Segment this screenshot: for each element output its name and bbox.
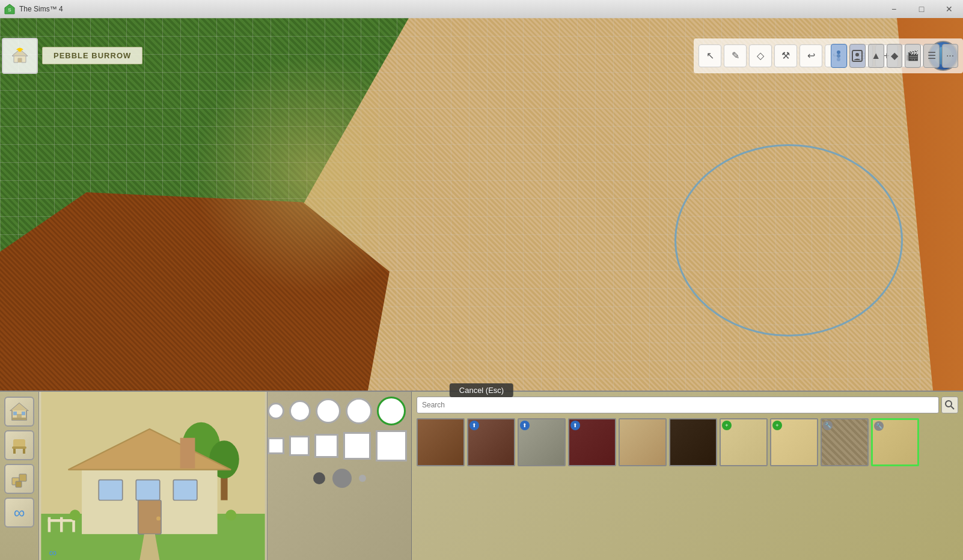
- svg-point-8: [837, 58, 840, 61]
- svg-rect-16: [12, 418, 26, 420]
- swatch-cobble[interactable]: 🔧: [821, 418, 869, 466]
- svg-rect-15: [22, 412, 25, 415]
- minimize-button[interactable]: −: [880, 0, 908, 18]
- square-xs-tool[interactable]: [268, 437, 284, 454]
- brush-cursor: [674, 144, 903, 336]
- house-nav-btn[interactable]: [4, 397, 34, 427]
- titlebar: S The Sims™ 4 − □ ✕: [0, 0, 963, 18]
- list-button[interactable]: ☰: [923, 44, 940, 68]
- swatch-badge: +: [722, 421, 732, 430]
- infinity-nav-btn[interactable]: ∞: [4, 498, 34, 528]
- neighborhood-label: Pebble Burrow: [42, 47, 142, 64]
- swatch-brown2[interactable]: ⬆: [467, 418, 515, 466]
- square-xl-tool[interactable]: [376, 430, 407, 461]
- swatches-panel: ⬆ ⬆ ⬆ + +: [412, 392, 963, 560]
- home-button[interactable]: [2, 38, 38, 74]
- svg-point-45: [225, 510, 236, 520]
- terrain-blend-overlay: [192, 54, 433, 294]
- game-viewport[interactable]: Pebble Burrow ↖ ✎ ◇ ⚒ ↩ ↪ ⊞ + 📷 ▲ ◆ 🎬 ☰ …: [0, 18, 963, 391]
- up-arrow-button[interactable]: ▲: [868, 44, 884, 68]
- square-lg-tool[interactable]: [343, 432, 371, 460]
- svg-rect-42: [48, 519, 75, 522]
- svg-line-54: [951, 406, 954, 409]
- svg-rect-33: [99, 480, 122, 501]
- svg-rect-38: [180, 438, 195, 469]
- svg-text:S: S: [8, 7, 11, 13]
- objects-nav-btn[interactable]: [4, 464, 34, 494]
- swatch-darkred[interactable]: ⬆: [568, 418, 616, 466]
- app-icon: S: [4, 3, 16, 15]
- svg-point-37: [156, 517, 160, 521]
- swatch-badge: ⬆: [469, 421, 479, 430]
- dot-small-tool[interactable]: [359, 475, 366, 482]
- svg-marker-13: [11, 403, 28, 410]
- dot-dark-tool[interactable]: [313, 472, 325, 484]
- swatch-badge: +: [772, 421, 782, 430]
- search-bar: [417, 397, 958, 413]
- dot-tools-row: [313, 469, 366, 488]
- square-tools-row: [268, 430, 407, 461]
- circle-tools-row: [268, 397, 407, 425]
- swatches-grid: ⬆ ⬆ ⬆ + +: [417, 418, 958, 466]
- infinity-button[interactable]: ∞: [44, 548, 62, 558]
- right-toolbar: ▲ ◆ 🎬 ☰ ···: [831, 36, 963, 75]
- layers-button[interactable]: [831, 44, 847, 68]
- svg-point-6: [837, 50, 840, 54]
- swatch-active[interactable]: 🔧: [871, 418, 919, 466]
- svg-rect-34: [136, 480, 159, 501]
- more-button[interactable]: ···: [942, 44, 958, 68]
- svg-rect-19: [13, 449, 16, 454]
- svg-rect-35: [173, 480, 197, 501]
- svg-rect-14: [13, 412, 17, 415]
- swatch-badge: ⬆: [520, 421, 530, 430]
- preview-panel: ∞: [39, 392, 268, 560]
- circle-lg-tool[interactable]: [346, 398, 372, 424]
- diamond-button[interactable]: ◆: [887, 44, 903, 68]
- house-preview-svg: [39, 392, 267, 560]
- search-button[interactable]: [941, 397, 958, 413]
- swatch-badge: ⬆: [570, 421, 580, 430]
- circle-md-tool[interactable]: [316, 398, 341, 424]
- top-toolbar: Pebble Burrow ↖ ✎ ◇ ⚒ ↩ ↪ ⊞ + 📷: [0, 36, 963, 75]
- svg-rect-3: [18, 58, 22, 62]
- svg-rect-22: [19, 474, 26, 481]
- circle-sm-tool[interactable]: [289, 400, 311, 422]
- circle-xl-tool[interactable]: [377, 397, 406, 425]
- square-sm-tool[interactable]: [289, 436, 310, 456]
- hammer-tool-btn[interactable]: ⚒: [774, 44, 797, 67]
- swatch-beige[interactable]: +: [720, 418, 768, 466]
- svg-rect-23: [16, 481, 22, 487]
- swatch-badge: 🔧: [874, 421, 884, 431]
- swatch-gray1[interactable]: ⬆: [518, 418, 566, 466]
- maximize-button[interactable]: □: [908, 0, 935, 18]
- search-input[interactable]: [417, 397, 939, 413]
- video-button[interactable]: 🎬: [905, 44, 921, 68]
- svg-point-44: [70, 510, 81, 520]
- dot-light-tool[interactable]: [332, 469, 352, 488]
- nav-panel: ∞: [0, 392, 39, 560]
- square-md-tool[interactable]: [314, 434, 338, 458]
- swatch-tan[interactable]: [619, 418, 667, 466]
- undo-btn[interactable]: ↩: [799, 44, 822, 67]
- swatch-badge: 🔧: [823, 421, 833, 430]
- svg-point-53: [946, 401, 952, 407]
- chair-nav-btn[interactable]: [4, 430, 34, 460]
- close-button[interactable]: ✕: [935, 0, 963, 18]
- svg-point-7: [837, 54, 840, 58]
- tools-panel: [268, 392, 412, 560]
- svg-rect-18: [12, 446, 26, 449]
- swatch-darkbrown[interactable]: [669, 418, 717, 466]
- shape-tool-btn[interactable]: ◇: [749, 44, 772, 67]
- swatch-brown1[interactable]: [417, 418, 465, 466]
- app-title: The Sims™ 4: [19, 5, 63, 13]
- circle-xs-tool[interactable]: [268, 403, 284, 419]
- svg-rect-20: [23, 449, 25, 454]
- pencil-tool-btn[interactable]: ✎: [724, 44, 747, 67]
- svg-point-10: [855, 53, 859, 56]
- bottom-panel: ∞: [0, 391, 963, 560]
- cancel-tooltip: Cancel (Esc): [450, 383, 513, 397]
- portrait-button[interactable]: [849, 44, 866, 68]
- svg-rect-17: [13, 439, 25, 448]
- arrow-tool-btn[interactable]: ↖: [699, 44, 721, 67]
- swatch-lighttan[interactable]: +: [770, 418, 818, 466]
